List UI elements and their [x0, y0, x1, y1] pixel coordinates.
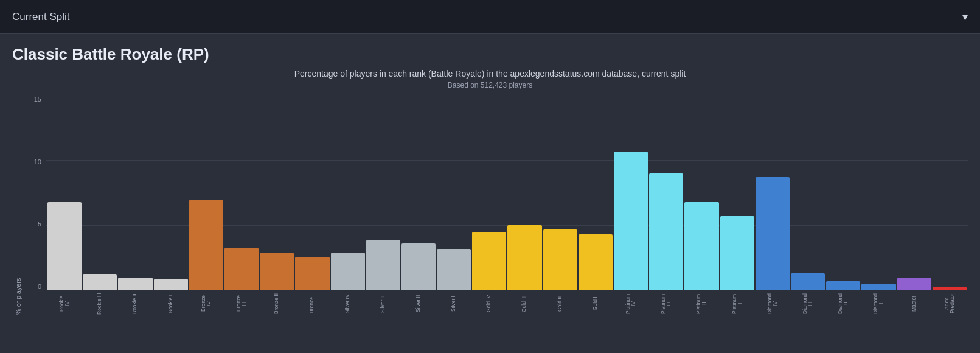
x-tick-label: Silver III: [366, 293, 400, 315]
bar[interactable]: [472, 232, 506, 290]
bar[interactable]: [614, 152, 648, 290]
bar[interactable]: [189, 200, 223, 290]
bar-group: [614, 96, 648, 290]
bar-group: [507, 96, 541, 290]
x-tick-label: Silver IV: [331, 293, 365, 315]
bar-group: [118, 96, 152, 290]
x-tick-label: Diamond I: [861, 293, 895, 315]
bar[interactable]: [83, 274, 117, 290]
bar[interactable]: [154, 279, 188, 290]
bar-group: [933, 96, 967, 290]
x-tick-label: Master: [897, 293, 931, 315]
x-tick-label: Silver II: [401, 293, 436, 315]
bar[interactable]: [331, 253, 365, 290]
bar-group: [260, 96, 294, 290]
y-tick-label: 15: [34, 96, 41, 103]
x-tick-label: Rookie I: [154, 293, 188, 315]
x-tick-label: Bronze III: [224, 293, 259, 315]
bar[interactable]: [295, 257, 329, 290]
bar[interactable]: [118, 278, 152, 290]
bar[interactable]: [720, 216, 754, 290]
x-tick-label: Diamond IV: [756, 293, 790, 315]
chart-inner: Rookie IVRookie IIIRookie IIRookie IBron…: [46, 96, 968, 315]
chart-container: % of players 151050 Rookie IVRookie IIIR…: [12, 96, 968, 315]
chart-subtitle: Based on 512,423 players: [12, 81, 968, 89]
top-bar: Current Split ▾: [0, 0, 980, 34]
y-tick-label: 5: [38, 220, 41, 228]
bar-group: [791, 96, 825, 290]
top-bar-title: Current Split: [12, 11, 69, 23]
bar[interactable]: [897, 278, 931, 290]
chart-title: Percentage of players in each rank (Batt…: [12, 69, 968, 79]
bar-group: [331, 96, 365, 290]
bar[interactable]: [791, 273, 825, 290]
bars-area: [46, 96, 968, 290]
x-tick-label: Rookie II: [118, 293, 152, 315]
bar-group: [684, 96, 718, 290]
x-tick-label: Platinum IV: [614, 293, 648, 315]
bar-group: [720, 96, 754, 290]
bar[interactable]: [401, 243, 436, 290]
bar[interactable]: [579, 234, 613, 290]
x-tick-label: Rookie IV: [47, 293, 82, 315]
bar[interactable]: [260, 253, 294, 290]
x-tick-label: Bronze I: [295, 293, 329, 315]
x-tick-label: Gold I: [579, 293, 613, 315]
bar-group: [649, 96, 683, 290]
bar-group: [861, 96, 895, 290]
y-tick-label: 10: [34, 158, 41, 166]
x-tick-label: Diamond III: [791, 293, 825, 315]
bar[interactable]: [224, 248, 259, 290]
bar-group: [401, 96, 436, 290]
bar-group: [472, 96, 506, 290]
y-tick-label: 0: [38, 283, 41, 290]
bar[interactable]: [756, 177, 790, 290]
bar-group: [437, 96, 471, 290]
bar[interactable]: [366, 240, 400, 290]
bar-group: [154, 96, 188, 290]
bar-group: [543, 96, 577, 290]
bar[interactable]: [826, 281, 860, 290]
x-tick-label: Gold IV: [472, 293, 506, 315]
x-tick-label: Platinum I: [720, 293, 754, 315]
x-tick-label: Platinum II: [684, 293, 718, 315]
bar[interactable]: [684, 202, 718, 290]
chart-area: Percentage of players in each rank (Batt…: [0, 69, 980, 327]
page-title: Classic Battle Royale (RP): [0, 34, 980, 69]
x-tick-label: Apex Predator: [933, 293, 967, 315]
bar-group: [224, 96, 259, 290]
x-tick-label: Gold II: [543, 293, 577, 315]
bar-group: [295, 96, 329, 290]
bar[interactable]: [861, 284, 895, 290]
x-tick-label: Bronze II: [260, 293, 294, 315]
x-tick-label: Rookie III: [83, 293, 117, 315]
bar-group: [83, 96, 117, 290]
bar[interactable]: [437, 249, 471, 290]
x-tick-label: Diamond II: [826, 293, 860, 315]
bar[interactable]: [649, 173, 683, 290]
bar[interactable]: [47, 202, 82, 290]
bar-group: [47, 96, 82, 290]
bar[interactable]: [543, 229, 577, 290]
bar-group: [366, 96, 400, 290]
x-tick-label: Platinum III: [649, 293, 683, 315]
bar-group: [826, 96, 860, 290]
x-labels: Rookie IVRookie IIIRookie IIRookie IBron…: [46, 290, 968, 315]
x-tick-label: Bronze IV: [189, 293, 223, 315]
bar-group: [897, 96, 931, 290]
bar-group: [579, 96, 613, 290]
y-axis: 151050: [22, 96, 46, 315]
bar-group: [756, 96, 790, 290]
x-tick-label: Gold III: [507, 293, 541, 315]
chevron-down-icon[interactable]: ▾: [962, 10, 968, 24]
y-axis-title: % of players: [12, 96, 22, 315]
bar-group: [189, 96, 223, 290]
bar[interactable]: [507, 225, 541, 290]
x-tick-label: Silver I: [437, 293, 471, 315]
